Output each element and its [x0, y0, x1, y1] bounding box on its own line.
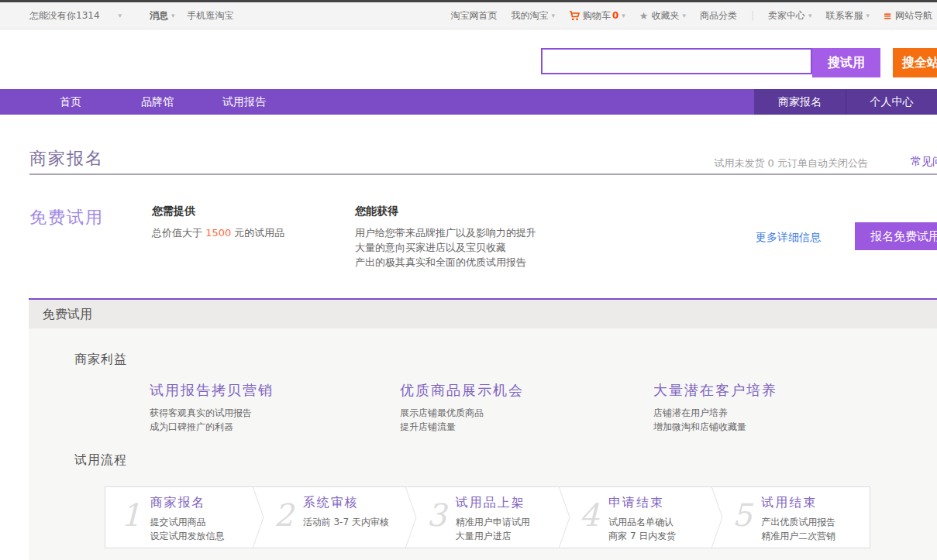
step-line: 试用品名单确认: [608, 515, 676, 529]
process-step-3: 3 试用品上架 精准用户申请试用 大量用户进店: [411, 487, 563, 548]
step-line: 精准用户二次营销: [761, 529, 835, 543]
free-trial-panel: 免费试用 商家利益 试用报告拷贝营销 获得客观真实的试用报告 成为口碑推广的利器…: [29, 298, 937, 560]
categories-link[interactable]: 商品分类: [700, 9, 737, 22]
process-step-5: 5 试用结束 产出优质试用报告 精准用户二次营销: [717, 487, 870, 548]
more-details-link[interactable]: 更多详细信息: [756, 231, 821, 245]
process-steps: 1 商家报名 提交试用商品 设定试用发放信息 2 系统审核 活动前 3-7 天内…: [105, 486, 870, 548]
benefit-item: 试用报告拷贝营销 获得客观真实的试用报告 成为口碑推广的利器: [150, 381, 274, 434]
chevron-down-icon: ▾: [622, 12, 625, 19]
mobile-taobao-link[interactable]: 手机逛淘宝: [188, 9, 234, 22]
nav-item-home[interactable]: 首页: [27, 89, 114, 115]
chevron-down-icon[interactable]: ▾: [119, 12, 122, 19]
title-divider: [29, 173, 937, 175]
gain-title: 您能获得: [355, 204, 536, 218]
seller-center-menu[interactable]: 卖家中心 ▾: [768, 9, 812, 22]
gain-line: 大量的意向买家进店以及宝贝收藏: [355, 240, 536, 255]
seller-center-label: 卖家中心: [768, 9, 805, 22]
step-line: 产出优质试用报告: [761, 515, 835, 529]
process-step-1: 1 商家报名 提交试用商品 设定试用发放信息: [105, 487, 258, 548]
step-line: 商家 7 日内发货: [608, 529, 676, 543]
step-title: 试用品上架: [456, 495, 530, 511]
provide-prefix: 总价值大于: [152, 227, 205, 239]
benefit-item: 优质商品展示机会 展示店铺最优质商品 提升店铺流量: [400, 381, 524, 434]
benefit-item: 大量潜在客户培养 店铺潜在用户培养 增加微淘和店铺收藏量: [653, 381, 777, 434]
topbar-right: 淘宝网首页 我的淘宝 ▾ 购物车 0 ▾ ★ 收藏夹 ▾ 商品分类 | 卖家中心…: [450, 9, 932, 22]
favorites-label: 收藏夹: [651, 9, 679, 22]
my-taobao-menu[interactable]: 我的淘宝 ▾: [511, 9, 555, 22]
step-title: 商家报名: [150, 495, 224, 511]
page-title: 商家报名: [29, 147, 104, 170]
provide-amount: 1500: [205, 227, 231, 239]
username-link[interactable]: 怎能没有你1314: [29, 9, 100, 22]
gain-column: 您能获得 用户给您带来品牌推广以及影响力的提升 大量的意向买家进店以及宝贝收藏 …: [355, 204, 536, 270]
search-header: 搜试用 搜全站: [0, 29, 937, 89]
cart-menu[interactable]: 购物车 0 ▾: [569, 9, 625, 22]
taobao-home-link[interactable]: 淘宝网首页: [450, 9, 497, 22]
topbar-left: 怎能没有你1314 ▾ 消息 ▾ 手机逛淘宝: [29, 9, 234, 22]
topbar-divider: |: [751, 10, 754, 21]
benefit-line: 获得客观真实的试用报告: [150, 406, 274, 420]
gain-line: 用户给您带来品牌推广以及影响力的提升: [355, 225, 536, 240]
process-heading: 试用流程: [74, 452, 127, 469]
nav-item-brand-hall[interactable]: 品牌馆: [114, 89, 201, 115]
benefit-title: 优质商品展示机会: [400, 381, 524, 400]
step-line: 大量用户进店: [456, 529, 530, 543]
step-title: 试用结束: [761, 495, 835, 511]
chevron-down-icon: ▾: [551, 12, 555, 19]
provide-title: 您需提供: [152, 204, 284, 218]
benefit-line: 增加微淘和店铺收藏量: [653, 420, 777, 434]
cart-icon: [569, 11, 580, 21]
benefit-line: 成为口碑推广的利器: [150, 420, 274, 434]
hamburger-icon: ≡: [884, 10, 892, 22]
page-content: 商家报名 试用未发货 0 元订单自动关闭公告 常见问题 免费试用 您需提供 总价…: [0, 115, 937, 298]
my-taobao-label: 我的淘宝: [511, 9, 548, 22]
topbar: 怎能没有你1314 ▾ 消息 ▾ 手机逛淘宝 淘宝网首页 我的淘宝 ▾ 购物车 …: [0, 2, 937, 29]
notice-text: 试用未发货 0 元订单自动关闭公告: [714, 156, 868, 170]
process-step-4: 4 申请结束 试用品名单确认 商家 7 日内发货: [564, 487, 717, 548]
benefit-title: 大量潜在客户培养: [653, 381, 777, 400]
step-line: 提交试用商品: [150, 515, 224, 529]
search-input[interactable]: [541, 48, 812, 74]
step-title: 申请结束: [608, 495, 676, 511]
free-trial-heading: 免费试用: [29, 206, 104, 229]
site-nav-menu[interactable]: ≡ 网站导航: [884, 9, 932, 22]
messages-link[interactable]: 消息: [150, 9, 168, 22]
nav-item-personal-center[interactable]: 个人中心: [846, 89, 937, 115]
contact-service-menu[interactable]: 联系客服 ▾: [826, 9, 870, 22]
chevron-down-icon: ▾: [682, 12, 686, 19]
benefit-line: 展示店铺最优质商品: [400, 406, 524, 420]
cart-label: 购物车: [583, 9, 611, 22]
benefit-line: 店铺潜在用户培养: [653, 406, 777, 420]
step-number: 4: [580, 500, 599, 548]
benefit-title: 试用报告拷贝营销: [150, 381, 274, 400]
nav-item-merchant-signup[interactable]: 商家报名: [754, 89, 846, 115]
benefits-heading: 商家利益: [74, 352, 127, 368]
provide-column: 您需提供 总价值大于 1500 元的试用品: [152, 204, 284, 240]
step-number: 5: [732, 500, 752, 548]
contact-service-label: 联系客服: [826, 9, 863, 22]
step-line: 活动前 3-7 天内审核: [303, 515, 389, 529]
chevron-down-icon: ▾: [866, 12, 870, 19]
search-all-button[interactable]: 搜全站: [893, 48, 937, 77]
search-trial-button[interactable]: 搜试用: [812, 48, 880, 77]
favorites-menu[interactable]: ★ 收藏夹 ▾: [639, 9, 686, 22]
chevron-down-icon: ▾: [808, 12, 812, 19]
site-nav-label: 网站导航: [895, 9, 932, 22]
main-nav-left: 首页 品牌馆 试用报告: [27, 89, 288, 115]
cart-count-badge: 0: [612, 10, 618, 21]
process-step-2: 2 系统审核 活动前 3-7 天内审核: [258, 487, 411, 548]
step-number: 3: [426, 500, 446, 548]
step-number: 1: [121, 500, 140, 548]
nav-item-trial-reports[interactable]: 试用报告: [201, 89, 288, 115]
provide-suffix: 元的试用品: [231, 227, 284, 239]
step-line: 精准用户申请试用: [456, 515, 530, 529]
main-nav-right: 商家报名 个人中心: [754, 89, 937, 115]
chevron-down-icon[interactable]: ▾: [171, 12, 175, 19]
faq-link[interactable]: 常见问题: [911, 155, 937, 169]
step-title: 系统审核: [303, 495, 389, 511]
step-number: 2: [274, 500, 293, 548]
panel-header: 免费试用: [29, 300, 937, 328]
apply-free-trial-button[interactable]: 报名免费试用: [855, 222, 937, 250]
gain-line: 产出的极其真实和全面的优质试用报告: [355, 255, 536, 270]
main-nav: 首页 品牌馆 试用报告 商家报名 个人中心: [0, 89, 937, 115]
